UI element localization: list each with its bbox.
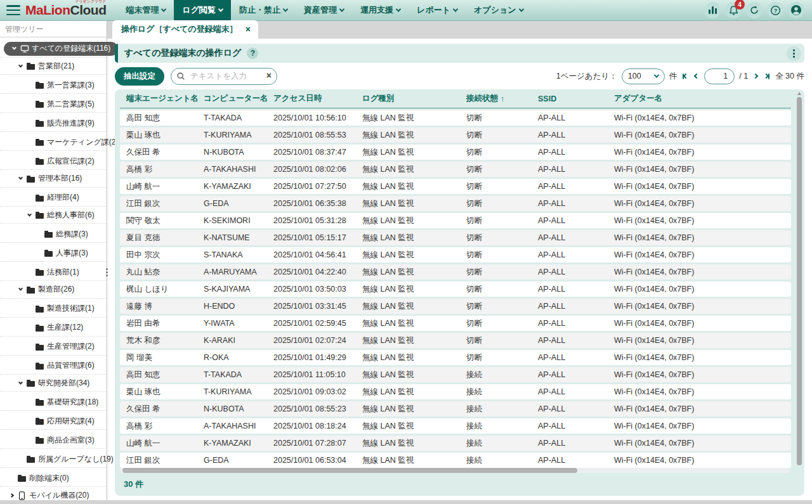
- chevron-down-icon[interactable]: [18, 63, 22, 67]
- tree-item[interactable]: 生産管理課(2): [0, 337, 107, 356]
- tree-item[interactable]: 総務課(3): [0, 224, 107, 243]
- page-number-input[interactable]: [704, 68, 735, 84]
- tree-item[interactable]: 基礎研究課(18): [0, 392, 107, 411]
- table-row[interactable]: 江田 銀次G-EDA2025/10/01 06:53:04無線 LAN 監視接続…: [120, 453, 791, 468]
- table-row[interactable]: 久保田 希N-KUBOTA2025/10/01 08:37:47無線 LAN 監…: [120, 145, 791, 160]
- nav-menu-4[interactable]: 資産管理: [296, 0, 352, 20]
- table-cell: AP-ALL: [532, 268, 608, 276]
- table-row[interactable]: 山崎 航一K-YAMAZAKI2025/10/01 07:28:07無線 LAN…: [120, 436, 791, 451]
- tree-item[interactable]: 広報宣伝課(2): [0, 151, 107, 170]
- nav-menu-1[interactable]: 端末管理: [117, 0, 174, 20]
- first-page-button[interactable]: [681, 72, 689, 81]
- tree-item[interactable]: 生産課(12): [0, 318, 107, 337]
- table-row[interactable]: 田中 宗次S-TANAKA2025/10/01 04:56:41無線 LAN 監…: [120, 247, 791, 262]
- tree-item[interactable]: 経理部(4): [0, 188, 107, 207]
- tree-item[interactable]: 人事課(3): [0, 243, 107, 262]
- column-header-1[interactable]: 端末エージェント名: [120, 93, 197, 104]
- table-row[interactable]: 岩田 由希Y-IWATA2025/10/01 02:59:45無線 LAN 監視…: [120, 316, 791, 331]
- column-header-5[interactable]: 接続状態↑: [460, 93, 532, 104]
- chevron-down-icon[interactable]: [18, 380, 22, 384]
- table-row[interactable]: 栗山 琢也T-KURIYAMA2025/10/01 09:03:02無線 LAN…: [120, 384, 791, 399]
- tab-operation-log[interactable]: 操作ログ［すべての登録端末］: [112, 20, 258, 39]
- vertical-scrollbar[interactable]: [796, 92, 802, 467]
- close-icon[interactable]: [246, 25, 251, 34]
- nav-menu-3[interactable]: 防止・禁止: [231, 0, 296, 20]
- sidebar-resize-handle[interactable]: [104, 268, 109, 276]
- vscroll-thumb[interactable]: [797, 97, 802, 465]
- table-row[interactable]: 高田 知恵T-TAKADA2025/10/01 10:56:10無線 LAN 監…: [120, 110, 791, 126]
- column-header-4[interactable]: ログ種別: [356, 93, 460, 104]
- tree-item[interactable]: 管理本部(16): [0, 170, 107, 188]
- nav-menu-7[interactable]: オプション: [466, 0, 532, 20]
- tree-item[interactable]: 製造技術課(1): [0, 299, 107, 318]
- tree-item[interactable]: 第一営業課(3): [0, 75, 107, 94]
- hscroll-thumb[interactable]: [122, 468, 577, 473]
- refresh-button[interactable]: [746, 2, 763, 18]
- horizontal-scrollbar[interactable]: [120, 468, 789, 473]
- tree-item[interactable]: すべての登録端末(116): [0, 40, 107, 58]
- table-row[interactable]: 高田 知恵T-TAKADA2025/10/01 11:05:10無線 LAN 監…: [120, 367, 791, 382]
- table-row[interactable]: 高橋 彩A-TAKAHASHI2025/10/01 08:18:24無線 LAN…: [120, 418, 791, 434]
- table-cell: Wi-Fi (0x14E4, 0x7BF): [608, 387, 791, 396]
- extract-settings-button[interactable]: 抽出設定: [115, 67, 164, 86]
- chevron-right-icon[interactable]: [9, 493, 13, 498]
- table-row[interactable]: 夏目 克徳K-NATSUME2025/10/01 05:15:17無線 LAN …: [120, 230, 791, 245]
- table-cell: A-MARUYAMA: [197, 268, 267, 276]
- account-button[interactable]: [788, 2, 804, 18]
- table-row[interactable]: 久保田 希N-KUBOTA2025/10/01 08:55:23無線 LAN 監…: [120, 401, 791, 417]
- table-cell: R-OKA: [197, 353, 267, 362]
- chevron-down-icon[interactable]: [18, 176, 22, 180]
- tree-item[interactable]: 研究開発部(34): [0, 375, 107, 392]
- tree-item[interactable]: 製造部(26): [0, 281, 107, 299]
- tree-item[interactable]: 応用研究課(4): [0, 411, 107, 430]
- table-row[interactable]: 丸山 鮎奈A-MARUYAMA2025/10/01 04:22:40無線 LAN…: [120, 264, 791, 280]
- chevron-down-icon[interactable]: [11, 46, 16, 50]
- tree-item[interactable]: 営業部(21): [0, 58, 107, 75]
- usage-chart-button[interactable]: [704, 2, 721, 18]
- tree-item-label: 総務人事部(6): [47, 210, 95, 221]
- tree-item[interactable]: 削除端末(0): [0, 468, 107, 487]
- last-page-button[interactable]: [763, 72, 771, 81]
- table-row[interactable]: 遠藤 博H-ENDO2025/10/01 03:31:45無線 LAN 監視切断…: [120, 299, 791, 314]
- tree-item[interactable]: 販売推進課(9): [0, 113, 107, 132]
- prev-page-button[interactable]: [693, 73, 700, 79]
- table-row[interactable]: 関守 敬太K-SEKIMORI2025/10/01 05:31:28無線 LAN…: [120, 213, 791, 228]
- nav-menu-2[interactable]: ログ閲覧: [174, 0, 231, 20]
- chevron-down-icon[interactable]: [27, 212, 31, 216]
- table-cell: 切断: [460, 198, 532, 209]
- tree-item[interactable]: 商品企画室(3): [0, 430, 107, 449]
- page-title: すべての登録端末の操作ログ: [124, 48, 241, 59]
- column-header-3[interactable]: アクセス日時: [267, 93, 356, 104]
- table-cell: AP-ALL: [532, 182, 608, 191]
- help-icon[interactable]: ?: [247, 48, 258, 59]
- next-page-button[interactable]: [752, 73, 759, 79]
- column-header-6[interactable]: SSID: [532, 94, 608, 103]
- scroll-up-icon[interactable]: [797, 92, 801, 95]
- table-row[interactable]: 岡 瑠美R-OKA2025/10/01 01:49:29無線 LAN 監視切断A…: [120, 350, 791, 365]
- column-header-2[interactable]: コンピューター名: [197, 93, 267, 104]
- tree-item[interactable]: 品質管理課(6): [0, 356, 107, 375]
- tree-item[interactable]: 第二営業課(5): [0, 94, 107, 113]
- search-input[interactable]: [171, 68, 277, 85]
- tree-item[interactable]: マーケティング課(2): [0, 132, 107, 151]
- tree-item[interactable]: 法務部(1): [0, 262, 107, 281]
- table-row[interactable]: 江田 銀次G-EDA2025/10/01 06:35:38無線 LAN 監視切断…: [120, 196, 791, 211]
- hamburger-menu-icon[interactable]: [6, 5, 20, 15]
- tree-item[interactable]: モバイル機器(20): [0, 487, 107, 504]
- table-row[interactable]: 荒木 和彦K-ARAKI2025/10/01 02:07:24無線 LAN 監視…: [120, 333, 791, 348]
- more-options-button[interactable]: [787, 46, 801, 61]
- nav-menu-6[interactable]: レポート: [409, 0, 466, 20]
- per-page-select[interactable]: 100: [622, 68, 665, 84]
- table-row[interactable]: 栗山 琢也T-KURIYAMA2025/10/01 08:55:53無線 LAN…: [120, 127, 791, 143]
- chevron-down-icon[interactable]: [18, 287, 22, 291]
- clear-search-icon[interactable]: [266, 70, 272, 81]
- table-row[interactable]: 梶山 しほりS-KAJIYAMA2025/10/01 03:50:03無線 LA…: [120, 281, 791, 297]
- table-row[interactable]: 高橋 彩A-TAKAHASHI2025/10/01 08:02:06無線 LAN…: [120, 162, 791, 177]
- table-row[interactable]: 山崎 航一K-YAMAZAKI2025/10/01 07:27:50無線 LAN…: [120, 179, 791, 194]
- column-header-7[interactable]: アダプター名: [608, 93, 791, 104]
- help-button[interactable]: ?: [767, 2, 783, 18]
- tree-item[interactable]: 総務人事部(6): [0, 207, 107, 224]
- tree-item[interactable]: 所属グループなし(19): [0, 449, 107, 468]
- notifications-button[interactable]: 4: [725, 2, 742, 18]
- nav-menu-5[interactable]: 運用支援: [352, 0, 409, 20]
